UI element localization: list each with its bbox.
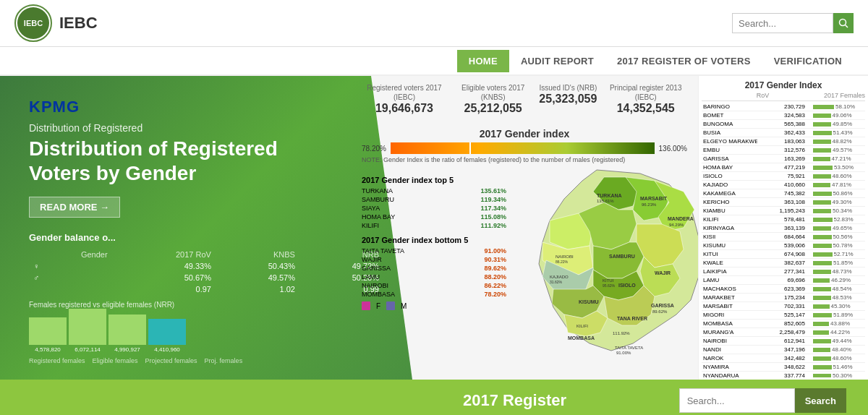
right-panel-row: HOMA BAY477,21953.50% <box>702 163 865 172</box>
right-panel-row: NYAMIRA348,62251.46% <box>702 363 865 372</box>
stat-issued-ids: Issued ID's (NRB) 25,323,059 <box>539 83 597 106</box>
map-label-marsabit: MARSABIT <box>640 196 668 201</box>
navigation: HOME AUDIT REPORT 2017 REGISTER OF VOTER… <box>0 47 868 76</box>
right-panel-row: EMBU312,57649.57% <box>702 146 865 155</box>
right-panel-row: ELGEYO MARAKWET183,06348.82% <box>702 137 865 146</box>
right-panel-row: NYANDARUA337,77450.30% <box>702 372 865 377</box>
header-search-button[interactable] <box>833 13 854 33</box>
right-panel-row: KWALE382,63751.85% <box>702 259 865 268</box>
map-label-samburu: SAMBURU <box>609 254 635 259</box>
map-label-kilifi-val: 111.92% <box>613 331 630 335</box>
gender-index-title: 2017 Gender index <box>362 128 687 140</box>
kenya-map-svg: TURKANA 135.61% MARSABIT 96.23% MANDERA … <box>510 163 727 365</box>
bottom5-list: TAITA TAVETA91.00% WAJIR90.31% GARISSA89… <box>362 247 506 299</box>
bottom-search-input[interactable] <box>679 388 795 413</box>
map-label-turkana-val: 135.61% <box>597 199 614 203</box>
right-panel-row: KAJIADO410,66047.81% <box>702 181 865 189</box>
search-icon <box>838 18 848 28</box>
hero-section: KPMG Distribution of Registered Distribu… <box>0 76 868 380</box>
nav-item-home[interactable]: HOME <box>457 50 509 72</box>
top5-list: TURKANA135.61% SAMBURU119.34% SIAYA117.3… <box>362 187 506 230</box>
map-label-tana: TANA RIVER <box>617 316 647 321</box>
right-panel-row: KISII684,66450.56% <box>702 233 865 241</box>
map-label-nrb: NAIROBI <box>556 254 574 259</box>
right-panel-row: KITUI674,90852.71% <box>702 250 865 259</box>
gender-index-table-panel: 2017 Gender Index RoV 2017 Females BARIN… <box>698 76 868 380</box>
map-label-kisumu: KISUMU <box>579 299 599 304</box>
right-panel-row: KISUMU539,00650.78% <box>702 241 865 250</box>
right-panel-row: KAKAMEGA745,38250.86% <box>702 189 865 198</box>
map-label-mandera-val: 94.29% <box>669 223 684 227</box>
map-label-garissa-val: 89.62% <box>652 309 668 314</box>
right-panel-row: BARINGO230,72958.10% <box>702 103 865 111</box>
right-panel-row: NAROK342,48248.60% <box>702 354 865 363</box>
legend-f-label: F <box>376 302 380 310</box>
right-panel-row: KERICHO363,10849.30% <box>702 198 865 207</box>
right-panel-title: 2017 Gender Index <box>702 80 865 90</box>
bottom-search-area: Search <box>679 388 846 413</box>
right-panel-row: BOMET324,58349.06% <box>702 111 865 120</box>
map-label-mombasa: MOMBASA <box>568 335 595 341</box>
stats-row: Registered voters 2017 (IEBC) 19,646,673… <box>362 83 687 115</box>
stat-eligible-voters: Eligible voters 2017 (KNBS) 25,212,055 <box>454 83 532 115</box>
right-panel-row: LAMU69,69646.29% <box>702 276 865 285</box>
right-panel-row: KILIFI578,48152.83% <box>702 215 865 224</box>
bottom-banner-title: 2017 Register <box>350 391 678 410</box>
map-label-kitui-val: 95.62% <box>603 283 616 288</box>
org-name: IEBC <box>59 14 98 33</box>
logo-icon: IEBC <box>14 4 52 42</box>
nav-item-register[interactable]: 2017 REGISTER OF VOTERS <box>605 50 762 72</box>
right-panel-row: MACHAKOS623,36948.54% <box>702 285 865 294</box>
right-panel-row: KIAMBU1,195,24350.34% <box>702 207 865 215</box>
gender-index-section: 2017 Gender index 78.20% 136.00% NOTE: G… <box>362 128 687 168</box>
right-panel-row: BUNGOMA565,38849.85% <box>702 120 865 129</box>
right-panel-row: NAIROBI612,94149.44% <box>702 337 865 346</box>
legend: F M <box>362 301 506 310</box>
map-label-taita: TAITA TAVETA <box>615 346 643 350</box>
bottom5-title: 2017 Gender index bottom 5 <box>362 236 506 244</box>
header-search-box <box>732 13 854 33</box>
logo-inner: IEBC <box>17 7 49 39</box>
right-panel-row: MARSABIT702,33145.30% <box>702 302 865 311</box>
right-panel-row: MOMBASA852,60543.88% <box>702 320 865 328</box>
right-panel-row: ISIOLO75,92148.60% <box>702 172 865 181</box>
right-panel-row: LAIKIPIA277,34148.73% <box>702 268 865 276</box>
right-panel-row: MIGORI525,14751.89% <box>702 311 865 320</box>
right-panel-row: NANDI347,19648.40% <box>702 346 865 354</box>
logo-area: IEBC IEBC <box>14 4 98 42</box>
gender-index-bar: 78.20% 136.00% <box>362 142 687 154</box>
map-label-garissa: GARISSA <box>651 303 674 308</box>
map-label-turkana: TURKANA <box>597 193 622 198</box>
map-label-kajiado-val: 31.62% <box>550 280 563 284</box>
header: IEBC IEBC <box>0 0 868 47</box>
header-search-area <box>732 13 854 33</box>
top5-bottom5-section: 2017 Gender index top 5 TURKANA135.61% S… <box>362 176 506 310</box>
map-label-kajiado: KAJIADO <box>550 275 569 279</box>
map-label-taita-val: 91.00% <box>616 351 631 355</box>
svg-line-1 <box>846 25 848 28</box>
stat-registered-voters: Registered voters 2017 (IEBC) 19,646,673 <box>362 83 447 115</box>
right-panel-row: BUSIA362,43351.43% <box>702 129 865 137</box>
map-label-kilifi: KILIFI <box>576 324 588 328</box>
legend-m-label: M <box>401 302 407 310</box>
kenya-map-container: TURKANA 135.61% MARSABIT 96.23% MANDERA … <box>510 163 687 372</box>
right-panel-row: MARAKBET175,23448.53% <box>702 294 865 302</box>
nav-item-verification[interactable]: VERIFICATION <box>762 50 854 72</box>
legend-f-dot <box>362 301 370 310</box>
nav-item-audit[interactable]: AUDIT REPORT <box>509 50 605 72</box>
map-label-isiolo: ISIOLO <box>618 283 636 288</box>
read-more-button[interactable]: READ MORE → <box>29 197 120 218</box>
stat-principal-register: Principal register 2013 (IEBC) 14,352,54… <box>604 83 687 115</box>
header-search-input[interactable] <box>732 13 833 33</box>
legend-m-dot <box>386 301 395 310</box>
map-label-nrb-val: 86.22% <box>556 260 569 264</box>
logo-text: IEBC <box>24 19 43 27</box>
right-panel-row: GARISSA163,26947.21% <box>702 155 865 163</box>
bottom-search-button[interactable]: Search <box>795 388 846 413</box>
map-label-wajir: WAJIR <box>655 270 671 275</box>
top5-title: 2017 Gender index top 5 <box>362 176 506 184</box>
right-panel-rows: BARINGO230,72958.10%BOMET324,58349.06%BU… <box>702 103 865 377</box>
right-panel-header: RoV 2017 Females <box>702 92 865 101</box>
map-label-kitui: KITUI <box>603 278 614 283</box>
svg-point-0 <box>840 20 846 26</box>
